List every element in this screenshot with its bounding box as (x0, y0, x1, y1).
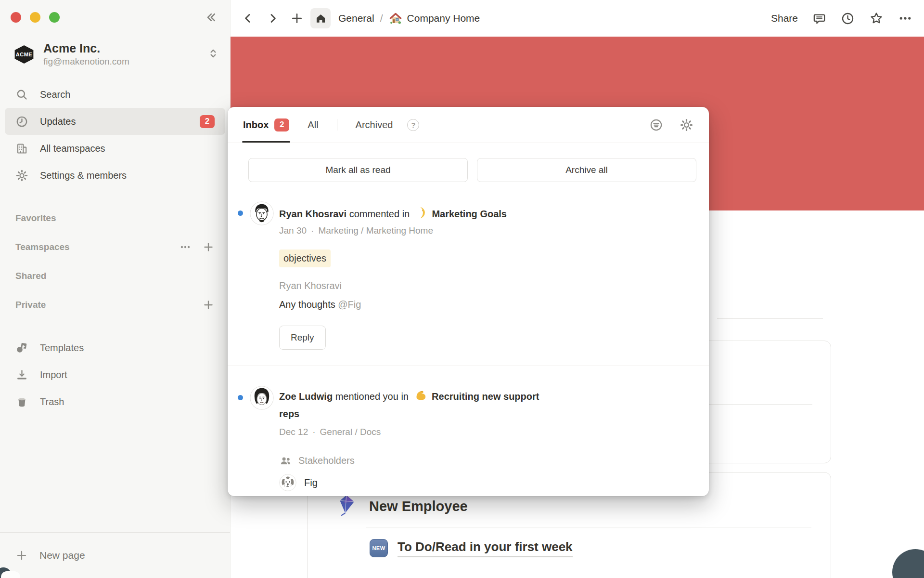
workspace-switcher[interactable]: ACME Acme Inc. fig@makenotion.com (13, 41, 219, 67)
inbox-actions: Mark all as read Archive all (228, 143, 709, 182)
breadcrumb-separator: / (380, 13, 383, 24)
zoom-window-button[interactable] (49, 12, 60, 23)
avatar-ryan (250, 201, 274, 225)
sidebar-item-settings[interactable]: Settings & members (5, 162, 225, 189)
new-button-emoji: NEW (370, 539, 388, 557)
updates-popover: Inbox 2 All Archived ? Mark all as read … (228, 107, 709, 496)
sidebar-section-favorites[interactable]: Favorites (5, 204, 225, 233)
sidebar-item-trash[interactable]: Trash (5, 388, 225, 415)
section-label: Private (15, 300, 46, 310)
workspace-logo: ACME (13, 45, 35, 64)
back-button[interactable] (241, 12, 255, 25)
action-text: commented in (349, 209, 410, 219)
archive-all-button[interactable]: Archive all (477, 158, 696, 182)
filter-icon[interactable] (649, 118, 663, 132)
avatar-zoe (250, 386, 274, 410)
comment-author: Ryan Khosravi (279, 280, 693, 291)
import-icon (15, 368, 28, 381)
sidebar-section-teamspaces[interactable]: Teamspaces (5, 233, 225, 262)
inbox-unread-badge: 2 (274, 118, 289, 131)
group-name[interactable]: Stakeholders (298, 455, 355, 466)
sidebar-item-label: All teamspaces (40, 143, 105, 154)
mention-chip[interactable]: @Fig (338, 299, 361, 310)
page-link-row[interactable]: NEW To Do/Read in your first week (370, 539, 573, 557)
tab-divider (337, 119, 337, 131)
mentioned-person-row[interactable]: Fig (279, 474, 693, 491)
building-icon (15, 142, 28, 155)
unread-dot (238, 395, 243, 400)
add-icon[interactable] (202, 241, 215, 253)
notification-title: Ryan Khosravi commented in Marketing Goa… (279, 206, 693, 221)
breadcrumb: General / Company Home (338, 12, 480, 25)
avatar-fig (279, 474, 296, 491)
action-text: mentioned you in (335, 391, 409, 402)
tab-inbox[interactable]: Inbox 2 (243, 107, 289, 143)
subpage-link[interactable]: To Do/Read in your first week (398, 539, 573, 557)
comment-body: Any thoughts @Fig (279, 298, 693, 311)
mention-group-row: Stakeholders (279, 454, 693, 467)
sidebar-section-private[interactable]: Private (5, 290, 225, 319)
highlighted-text: objectives (279, 250, 331, 267)
sidebar-item-all-teamspaces[interactable]: All teamspaces (5, 135, 225, 162)
sidebar-footer: New page (0, 532, 230, 578)
new-page-label: New page (39, 550, 85, 561)
breadcrumb-page[interactable]: Company Home (407, 13, 480, 24)
tab-all[interactable]: All (308, 119, 318, 131)
sidebar-item-templates[interactable]: Templates (5, 334, 225, 361)
sidebar-item-updates[interactable]: Updates 2 (5, 108, 225, 135)
history-icon[interactable] (841, 12, 855, 26)
corner-card (1, 571, 20, 578)
collapse-sidebar-button[interactable] (202, 11, 218, 26)
notification-zoe[interactable]: Zoe Ludwig mentioned you in Recruiting n… (238, 386, 693, 491)
updates-unread-badge: 2 (200, 115, 215, 128)
crescent-moon-emoji (415, 206, 427, 219)
search-icon (15, 88, 28, 101)
more-icon[interactable] (179, 241, 192, 253)
kite-emoji (337, 495, 357, 518)
section-label: Shared (15, 271, 46, 281)
sidebar-item-label: Search (40, 89, 70, 100)
clock-icon (15, 115, 28, 128)
comments-icon[interactable] (812, 12, 826, 26)
new-tab-button[interactable] (290, 12, 304, 25)
tab-archived[interactable]: Archived (356, 119, 393, 131)
share-button[interactable]: Share (771, 13, 798, 24)
notification-ryan[interactable]: Ryan Khosravi commented in Marketing Goa… (238, 201, 693, 350)
notion-window: ACME Acme Inc. fig@makenotion.com Search (0, 0, 924, 578)
breadcrumb-section[interactable]: General (338, 13, 374, 24)
gear-icon (15, 169, 28, 182)
notification-meta: Dec 12 · General / Docs (279, 426, 693, 438)
help-button-partial[interactable] (892, 549, 924, 578)
help-icon[interactable]: ? (407, 119, 419, 131)
window-controls (11, 12, 60, 23)
sidebar-item-search[interactable]: Search (5, 81, 225, 108)
more-icon[interactable] (898, 11, 912, 26)
close-window-button[interactable] (11, 12, 21, 23)
reply-button[interactable]: Reply (279, 326, 326, 350)
chevron-up-down-icon (207, 47, 219, 62)
section-heading[interactable]: New Employee (369, 499, 468, 514)
workspace-email: fig@makenotion.com (43, 56, 207, 67)
minimize-window-button[interactable] (30, 12, 40, 23)
new-page-button[interactable]: New page (0, 533, 230, 578)
sidebar-item-label: Import (40, 369, 67, 381)
sidebar-section-shared[interactable]: Shared (5, 262, 225, 290)
comment-anchor: objectives (279, 250, 693, 267)
mark-all-read-button[interactable]: Mark all as read (248, 158, 468, 182)
page-name[interactable]: Marketing Goals (432, 209, 507, 219)
sidebar-item-label: Templates (40, 342, 84, 354)
user-name: Ryan Khosravi (279, 209, 346, 219)
home-tab-button[interactable] (310, 8, 331, 28)
sidebar-nav: Search Updates 2 All teamspaces Setting (5, 81, 225, 189)
sidebar-item-label: Settings & members (40, 170, 127, 181)
add-icon[interactable] (202, 299, 215, 311)
notification-title: Zoe Ludwig mentioned you in Recruiting n… (279, 388, 541, 422)
forward-button[interactable] (266, 12, 280, 25)
sidebar: ACME Acme Inc. fig@makenotion.com Search (0, 0, 231, 578)
notification-path: Marketing / Marketing Home (318, 225, 433, 236)
notification-date: Dec 12 (279, 426, 308, 438)
sidebar-item-label: Trash (40, 396, 64, 407)
gear-icon[interactable] (680, 118, 693, 132)
favorite-star-icon[interactable] (869, 11, 884, 26)
sidebar-item-import[interactable]: Import (5, 361, 225, 388)
